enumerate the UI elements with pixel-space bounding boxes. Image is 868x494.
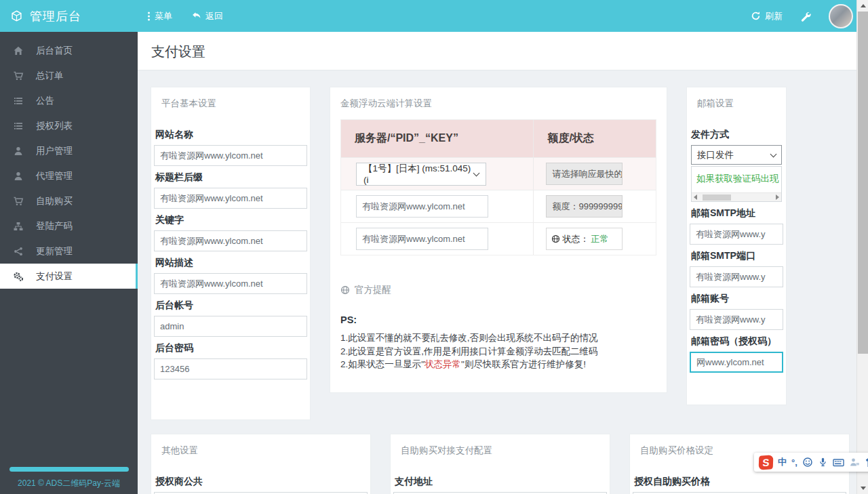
sidebar-item-home[interactable]: 后台首页	[0, 38, 138, 63]
brand: 管理后台	[0, 8, 138, 24]
sidebar-item-agents[interactable]: 代理管理	[0, 163, 138, 188]
sidebar-item-orders[interactable]: 总订单	[0, 63, 138, 88]
sidebar-item-updates[interactable]: 更新管理	[0, 239, 138, 264]
ps-title: PS:	[340, 314, 656, 325]
ps-notes: 1.此设置不懂的就不要乱去修改,否则会出现系统不出码子的情况 2.此设置是官方设…	[340, 331, 656, 371]
admin-password-label: 后台密码	[155, 342, 306, 354]
sidebar-item-users[interactable]: 用户管理	[0, 138, 138, 163]
scroll-left-arrow[interactable]	[694, 194, 697, 200]
sidebar: 后台首页 总订单 公告 授权列表 用户管理 代理管理 自助购买 登陆产码 更新管…	[0, 32, 138, 494]
menu-button[interactable]: 菜单	[147, 10, 172, 22]
sidebar-item-announcements[interactable]: 公告	[0, 88, 138, 113]
status-value: 正常	[591, 233, 608, 245]
chevron-down-icon	[473, 169, 480, 176]
send-method-select[interactable]: 接口发件	[691, 145, 782, 165]
sidebar-item-login-codes[interactable]: 登陆产码	[0, 213, 138, 239]
sidebar-item-authorizations[interactable]: 授权列表	[0, 113, 138, 138]
user-icon	[13, 171, 24, 182]
keywords-input[interactable]	[154, 230, 307, 251]
sidebar-footer: 2021 © ADS二维码Pay-云端	[0, 478, 138, 489]
microphone-icon[interactable]	[818, 457, 828, 468]
punctuation-icon[interactable]: °,	[791, 457, 797, 468]
site-description-label: 网站描述	[155, 257, 306, 269]
sidebar-accent-bar	[9, 467, 129, 472]
site-description-input[interactable]	[154, 273, 307, 294]
table-header-server: 服务器/“PID”_“KEY”	[341, 120, 534, 157]
settings-button[interactable]	[800, 11, 811, 22]
list-icon	[13, 121, 24, 131]
server-table: 服务器/“PID”_“KEY” 额度/状态 【1号】[日本] (ms:51.04…	[340, 119, 656, 255]
chinese-mode-icon[interactable]: 中	[778, 456, 787, 468]
smtp-address-input[interactable]	[690, 224, 783, 245]
key-input[interactable]	[356, 228, 488, 250]
smtp-address-label: 邮箱SMTP地址	[691, 207, 782, 220]
scroll-right-arrow[interactable]	[776, 194, 779, 200]
admin-password-input[interactable]	[154, 358, 307, 379]
sogou-logo-icon[interactable]: S	[759, 455, 774, 470]
globe-icon	[551, 234, 560, 243]
keyboard-icon[interactable]	[833, 457, 844, 468]
admin-account-input[interactable]	[154, 316, 307, 337]
smtp-port-input[interactable]	[690, 266, 783, 287]
site-name-input[interactable]	[154, 145, 307, 166]
panel-platform-settings: 平台基本设置 网站名称 标题栏后缀 关键字 网站描述 后台帐号 后台密码	[151, 87, 311, 420]
sidebar-item-selfbuy[interactable]: 自助购买	[0, 188, 138, 213]
send-method-value: 接口发件	[697, 149, 734, 161]
avatar[interactable]	[829, 4, 853, 28]
server-select[interactable]: 【1号】[日本] (ms:51.045)(i	[356, 163, 486, 186]
gears-icon	[13, 271, 24, 282]
pid-input[interactable]	[356, 195, 488, 218]
sitemap-icon	[13, 221, 24, 232]
skin-icon[interactable]	[865, 457, 868, 468]
emoji-icon[interactable]	[802, 457, 813, 468]
scrollbar-thumb[interactable]	[858, 12, 868, 354]
table-row: 额度：999999999	[341, 190, 656, 222]
official-notice-label: 官方提醒	[355, 284, 391, 296]
sidebar-item-payment-settings[interactable]: 支付设置	[0, 264, 138, 289]
menu-label: 菜单	[155, 10, 172, 22]
page-header: 支付设置	[138, 32, 856, 70]
panel-other-settings: 其他设置 授权商公共	[151, 434, 371, 494]
panel-cloud-calc-settings: 金额浮动云端计算设置 服务器/“PID”_“KEY” 额度/状态 【1号】[日本…	[330, 87, 667, 393]
keywords-label: 关键字	[155, 214, 306, 226]
ps-note-1: 1.此设置不懂的就不要乱去修改,否则会出现系统不出码子的情况	[340, 331, 656, 345]
quota-badge: 额度：999999999	[546, 195, 623, 218]
home-icon	[13, 45, 24, 56]
admin-account-label: 后台帐号	[155, 300, 306, 312]
list-icon	[13, 96, 24, 106]
scroll-down-arrow[interactable]	[857, 482, 868, 494]
vertical-scrollbar[interactable]	[856, 0, 868, 494]
cart-icon	[13, 70, 24, 81]
panel-heading: 金额浮动云端计算设置	[330, 87, 667, 112]
email-account-input[interactable]	[690, 309, 783, 330]
page-title: 支付设置	[138, 32, 856, 61]
status-badge: 状态： 正常	[546, 228, 623, 250]
email-password-input[interactable]	[690, 352, 783, 373]
email-password-label: 邮箱密码（授权码）	[691, 335, 782, 348]
panel-heading: 其他设置	[151, 434, 370, 459]
selfbuy-price-label: 授权自助购买价格	[634, 476, 845, 488]
refresh-icon	[751, 11, 761, 21]
chevron-down-icon	[770, 150, 777, 157]
email-account-label: 邮箱账号	[691, 293, 782, 305]
handwriting-icon[interactable]	[849, 457, 860, 468]
scrollbar-thumb[interactable]	[703, 194, 731, 201]
brand-title: 管理后台	[30, 8, 81, 24]
panel-selfbuy-pay-config: 自助购买对接支付配置 支付地址	[390, 434, 610, 494]
topbar: 管理后台 菜单 返回 刷新	[0, 0, 868, 32]
share-icon	[13, 246, 24, 257]
pick-fastest-badge: 请选择响应最快的	[546, 163, 623, 185]
horizontal-scrollbar[interactable]	[692, 192, 781, 201]
send-method-label: 发件方式	[691, 129, 782, 141]
refresh-button[interactable]: 刷新	[751, 10, 783, 22]
pay-address-label: 支付地址	[395, 476, 606, 488]
official-notice: 官方提醒	[340, 284, 656, 296]
title-suffix-input[interactable]	[154, 188, 307, 209]
ime-toolbar: S 中 °,	[754, 453, 868, 472]
cart-icon	[13, 196, 24, 207]
ps-note-2: 2.此设置是官方设置,作用是利用接口计算金额浮动去匹配二维码	[340, 345, 656, 358]
scroll-up-arrow[interactable]	[857, 0, 868, 12]
back-button[interactable]: 返回	[191, 10, 223, 22]
tip-text: 如果获取验证码出现	[692, 167, 781, 185]
wrench-icon	[800, 11, 811, 22]
